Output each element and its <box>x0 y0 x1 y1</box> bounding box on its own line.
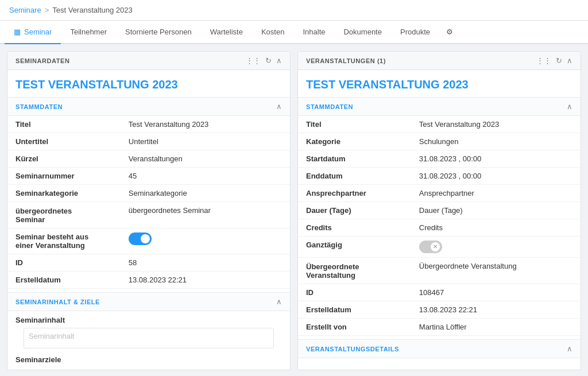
tab-inhalte[interactable]: Inhalte <box>293 21 334 44</box>
field-label-id-left: ID <box>7 254 121 272</box>
chevron-up-veranstaltungsdetails[interactable] <box>567 344 572 353</box>
field-value-erstellt-von: Martina Löffler <box>411 319 581 336</box>
stammdaten-content-right: Titel Test Veranstaltung 2023 Kategorie … <box>298 116 581 336</box>
seminarinhalt-label: Seminarinhalt <box>16 316 282 324</box>
table-row: Titel Test Veranstaltung 2023 <box>7 116 290 133</box>
table-row: Startdatum 31.08.2023 , 00:00 <box>298 150 581 168</box>
tab-teilnehmer[interactable]: Teilnehmer <box>61 21 116 44</box>
tab-settings[interactable]: ⚙ <box>439 22 460 43</box>
field-value-dauer: Dauer (Tage) <box>411 202 581 219</box>
field-label-untertitel: Untertitel <box>7 133 121 150</box>
field-label-erstelldatum-right: Erstelldatum <box>298 301 411 319</box>
table-row: ID 58 <box>7 254 290 272</box>
tab-produkte[interactable]: Produkte <box>391 21 439 44</box>
field-label-titel-left: Titel <box>7 116 121 133</box>
tab-warteliste[interactable]: Warteliste <box>201 21 252 44</box>
seminarinhalt-section-header: SEMINARINHALT & ZIELE <box>7 292 290 311</box>
field-label-erstellt-von: Erstellt von <box>298 319 411 336</box>
table-row: Untertitel Untertitel <box>7 133 290 150</box>
refresh-icon[interactable]: ↻ <box>265 56 272 65</box>
table-row: ÜbergeordneteVeranstaltung Übergeordnete… <box>298 258 581 284</box>
chevron-up-icon-right[interactable] <box>567 56 572 65</box>
stammdaten-table-left: Titel Test Veranstaltung 2023 Untertitel… <box>7 116 290 289</box>
table-row: Erstelldatum 13.08.2023 22:21 <box>7 272 290 289</box>
veranstaltungsdetails-section-header: VERANSTALTUNGSDETAILS <box>298 339 581 358</box>
grid-icon-right[interactable]: ⋮⋮ <box>536 56 551 65</box>
grid-icon[interactable]: ⋮⋮ <box>246 56 261 65</box>
breadcrumb-sep: > <box>45 6 49 14</box>
field-value-kategorie: Schulungen <box>411 133 581 150</box>
left-entity-title: TEST VERANSTALTUNG 2023 <box>7 70 290 97</box>
field-value-startdatum: 31.08.2023 , 00:00 <box>411 150 581 168</box>
field-value-enddatum: 31.08.2023 , 00:00 <box>411 168 581 185</box>
gear-icon: ⚙ <box>446 28 453 36</box>
breadcrumb-current: Test Veranstaltung 2023 <box>52 6 133 14</box>
stammdaten-section-header-right: STAMMDATEN <box>298 97 581 116</box>
tab-bar: ▦ Seminar Teilnehmer Stornierte Personen… <box>0 21 588 44</box>
seminarziele-label: Seminarziele <box>16 355 282 364</box>
veranstaltungen-panel-header: VERANSTALTUNGEN (1) ⋮⋮ ↻ <box>298 52 581 70</box>
field-value-toggle <box>121 228 290 254</box>
toggle-container <box>129 232 282 245</box>
stammdaten-section-title-left: STAMMDATEN <box>16 103 63 110</box>
field-value-ganztaegig <box>411 237 581 258</box>
chevron-up-stammdaten-right[interactable] <box>567 102 572 111</box>
field-value-erstelldatum-left: 13.08.2023 22:21 <box>121 272 290 289</box>
table-row: Dauer (Tage) Dauer (Tage) <box>298 202 581 219</box>
seminardaten-body: TEST VERANSTALTUNG 2023 STAMMDATEN Titel… <box>7 70 290 369</box>
seminarinhalt-section-title: SEMINARINHALT & ZIELE <box>16 299 100 305</box>
table-row: Credits Credits <box>298 219 581 237</box>
seminardaten-panel-header: SEMINARDATEN ⋮⋮ ↻ <box>7 52 290 70</box>
field-label-dauer: Dauer (Tage) <box>298 202 411 219</box>
field-label-id-right: ID <box>298 284 411 301</box>
tab-kosten[interactable]: Kosten <box>252 21 293 44</box>
table-row: Titel Test Veranstaltung 2023 <box>298 116 581 133</box>
field-label-titel-right: Titel <box>298 116 411 133</box>
tab-dokumente[interactable]: Dokumente <box>334 21 390 44</box>
toggle-ganztaegig[interactable] <box>419 241 442 253</box>
chevron-up-stammdaten-left[interactable] <box>276 102 282 111</box>
table-row: Ansprechpartner Ansprechpartner <box>298 185 581 202</box>
field-value-seminarnummer: 45 <box>121 168 290 185</box>
refresh-icon-right[interactable]: ↻ <box>556 56 562 65</box>
field-value-uebergeordnetes-seminar: übergeordnetes Seminar <box>121 202 290 228</box>
field-value-erstelldatum-right: 13.08.2023 22:21 <box>411 301 581 319</box>
field-value-untertitel: Untertitel <box>121 133 290 150</box>
field-value-seminarkategorie: Seminarkategorie <box>121 185 290 202</box>
field-value-credits: Credits <box>411 219 581 237</box>
table-row: Erstellt von Martina Löffler <box>298 319 581 336</box>
tab-seminar[interactable]: ▦ Seminar <box>5 21 61 44</box>
stammdaten-section-title-right: STAMMDATEN <box>306 103 353 110</box>
seminarinhalt-textarea[interactable]: Seminarinhalt <box>24 328 274 348</box>
veranstaltungen-title: VERANSTALTUNGEN (1) <box>306 57 386 64</box>
field-label-kategorie: Kategorie <box>298 133 411 150</box>
tab-stornierte-personen[interactable]: Stornierte Personen <box>116 21 201 44</box>
field-value-ansprechpartner: Ansprechpartner <box>411 185 581 202</box>
table-row: ID 108467 <box>298 284 581 301</box>
seminardaten-panel: SEMINARDATEN ⋮⋮ ↻ TEST VERANSTALTUNG 202… <box>7 51 291 370</box>
field-label-uebergeordnetes-seminar: übergeordnetesSeminar <box>7 202 121 228</box>
field-label-seminarnummer: Seminarnummer <box>7 168 121 185</box>
field-label-uebergeordnete-veranstaltung: ÜbergeordneteVeranstaltung <box>298 258 411 284</box>
toggle-seminar-besteht[interactable] <box>129 232 152 245</box>
stammdaten-table-right: Titel Test Veranstaltung 2023 Kategorie … <box>298 116 581 336</box>
field-label-enddatum: Enddatum <box>298 168 411 185</box>
breadcrumb-parent[interactable]: Seminare <box>9 6 41 14</box>
table-row: Seminar besteht auseiner Veranstaltung <box>7 228 290 254</box>
field-value-titel-left: Test Veranstaltung 2023 <box>121 116 290 133</box>
field-value-titel-right: Test Veranstaltung 2023 <box>411 116 581 133</box>
field-label-startdatum: Startdatum <box>298 150 411 168</box>
stammdaten-content-left: Titel Test Veranstaltung 2023 Untertitel… <box>7 116 290 289</box>
table-row: Enddatum 31.08.2023 , 00:00 <box>298 168 581 185</box>
field-label-ganztaegig: Ganztägig <box>298 237 411 258</box>
field-value-id-left: 58 <box>121 254 290 272</box>
veranstaltungen-body: TEST VERANSTALTUNG 2023 STAMMDATEN Titel… <box>298 70 581 358</box>
chevron-up-icon[interactable] <box>276 56 282 65</box>
table-row: Kategorie Schulungen <box>298 133 581 150</box>
chevron-up-seminarinhalt[interactable] <box>276 297 282 306</box>
panel-header-actions-right: ⋮⋮ ↻ <box>536 56 572 65</box>
field-label-erstelldatum-left: Erstelldatum <box>7 272 121 289</box>
field-value-kuerzel: Veranstaltungen <box>121 150 290 168</box>
veranstaltungsdetails-section-title: VERANSTALTUNGSDETAILS <box>306 346 399 352</box>
table-icon: ▦ <box>14 28 21 36</box>
